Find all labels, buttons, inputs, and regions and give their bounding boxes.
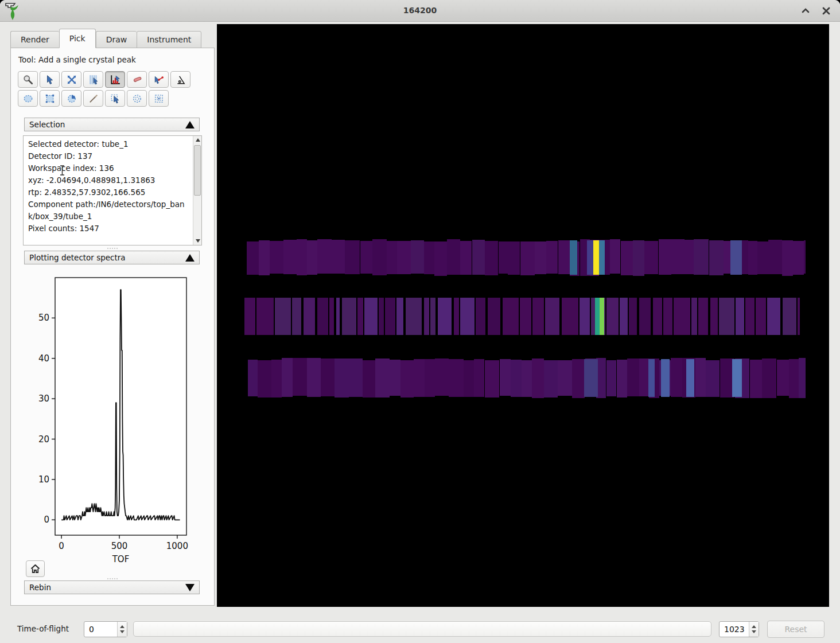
detector-tube[interactable] <box>499 241 508 274</box>
detector-tube[interactable] <box>710 298 717 335</box>
detector-tube[interactable] <box>283 240 297 274</box>
detector-tube[interactable] <box>691 298 697 335</box>
detector-tube[interactable] <box>304 298 315 335</box>
spinner-arrows-icon[interactable] <box>117 622 127 637</box>
detector-tube[interactable] <box>671 358 682 397</box>
detector-tube[interactable] <box>610 239 620 274</box>
close-icon[interactable] <box>820 5 832 17</box>
detector-tube[interactable] <box>321 358 335 396</box>
selection-scrollbar[interactable] <box>193 136 201 245</box>
detector-tube[interactable] <box>544 360 558 398</box>
plot-home-button[interactable] <box>26 560 45 577</box>
draw-ring-ellipse-tool-button[interactable] <box>127 90 147 107</box>
draw-ring-rectangle-tool-button[interactable] <box>149 90 169 107</box>
detector-tube[interactable] <box>430 298 435 335</box>
detector-tube[interactable] <box>546 241 557 274</box>
add-single-crystal-peak-button[interactable] <box>105 71 125 88</box>
detector-tube[interactable] <box>719 298 734 335</box>
reset-button[interactable]: Reset <box>767 621 825 638</box>
detector-tube[interactable] <box>736 298 744 335</box>
detector-tube[interactable] <box>777 360 788 396</box>
pick-tube-tool-button[interactable] <box>83 71 103 88</box>
detector-tube[interactable] <box>500 359 510 396</box>
detector-tube[interactable] <box>767 298 780 335</box>
tab-draw[interactable]: Draw <box>96 31 137 48</box>
draw-line-tool-button[interactable] <box>83 90 103 107</box>
tof-max-spinbox[interactable]: 1023 <box>719 621 759 637</box>
detector-tube[interactable] <box>508 241 520 275</box>
tab-render[interactable]: Render <box>10 31 59 48</box>
detector-tube[interactable] <box>256 298 274 335</box>
detector-tube[interactable] <box>349 358 363 397</box>
detector-tube[interactable] <box>633 240 645 276</box>
detector-tube[interactable] <box>474 359 485 397</box>
splitter-handle[interactable] <box>10 247 215 250</box>
detector-tube[interactable] <box>762 358 777 398</box>
detector-tube[interactable] <box>372 239 387 275</box>
detector-tube[interactable] <box>572 359 585 398</box>
pan-tool-button[interactable] <box>61 71 81 88</box>
highlighted-tube[interactable] <box>584 359 598 397</box>
detector-tube[interactable] <box>317 239 332 274</box>
detector-tube[interactable] <box>532 358 543 398</box>
detector-tube[interactable] <box>520 298 531 335</box>
detector-bank-bottom_bank[interactable] <box>248 358 806 398</box>
detector-tube[interactable] <box>364 298 377 335</box>
spectrum-plot[interactable]: 0102030405005001000TOF <box>34 275 207 574</box>
detector-tube[interactable] <box>476 298 485 335</box>
detector-tube[interactable] <box>789 359 799 398</box>
tof-slider[interactable] <box>133 621 711 637</box>
detector-tube[interactable] <box>248 360 258 396</box>
draw-ellipse-tool-button[interactable] <box>18 90 38 107</box>
detector-tube[interactable] <box>520 241 534 275</box>
detector-tube[interactable] <box>435 358 449 396</box>
detector-tube[interactable] <box>424 298 429 335</box>
tof-max-value[interactable]: 1023 <box>720 625 749 634</box>
rebin-header[interactable]: Rebin <box>24 580 200 594</box>
tab-pick[interactable]: Pick <box>59 29 96 48</box>
detector-tube[interactable] <box>385 298 395 335</box>
highlighted-tube[interactable] <box>570 240 577 275</box>
pick-pixel-tool-button[interactable] <box>40 71 60 88</box>
draw-rectangle-tool-button[interactable] <box>40 90 60 107</box>
detector-tube[interactable] <box>695 358 706 397</box>
detector-tube[interactable] <box>706 360 720 397</box>
detector-tube[interactable] <box>709 240 724 275</box>
detector-tube[interactable] <box>748 241 758 275</box>
draw-sector-tool-button[interactable] <box>61 90 81 107</box>
detector-tube[interactable] <box>335 358 349 398</box>
selection-header[interactable]: Selection <box>24 118 200 131</box>
detector-tube[interactable] <box>247 241 259 275</box>
scroll-down-icon[interactable] <box>193 237 202 245</box>
detector-tube[interactable] <box>293 358 307 396</box>
detector-tube[interactable] <box>307 358 320 397</box>
detector-tube[interactable] <box>424 241 434 274</box>
detector-tube[interactable] <box>663 298 672 335</box>
detector-tube[interactable] <box>793 241 804 275</box>
detector-tube[interactable] <box>342 298 356 335</box>
detector-tube[interactable] <box>275 298 291 335</box>
detector-tube[interactable] <box>390 360 400 396</box>
detector-tube[interactable] <box>317 298 328 335</box>
highlighted-tube[interactable] <box>661 359 670 397</box>
detector-tube[interactable] <box>282 358 293 397</box>
detector-tube[interactable] <box>532 298 544 335</box>
detector-tube[interactable] <box>400 360 413 398</box>
detector-tube[interactable] <box>345 240 360 274</box>
highlighted-tube[interactable] <box>600 298 604 335</box>
detector-tube[interactable] <box>745 298 755 335</box>
detector-tube[interactable] <box>454 298 459 335</box>
highlighted-tube[interactable] <box>686 359 694 397</box>
detector-tube[interactable] <box>535 241 547 274</box>
detector-bank-top_bank[interactable] <box>247 239 806 276</box>
highlighted-tube[interactable] <box>732 359 742 397</box>
highlighted-tube[interactable] <box>593 240 599 275</box>
tof-min-spinbox[interactable]: 0 <box>84 621 127 637</box>
detector-tube[interactable] <box>244 298 255 335</box>
detector-tube[interactable] <box>639 358 649 396</box>
instrument-view[interactable] <box>217 24 829 607</box>
scrollbar-thumb[interactable] <box>194 145 201 196</box>
detector-tube[interactable] <box>617 360 628 398</box>
detector-tube[interactable] <box>425 359 435 397</box>
detector-tube[interactable] <box>606 360 616 396</box>
